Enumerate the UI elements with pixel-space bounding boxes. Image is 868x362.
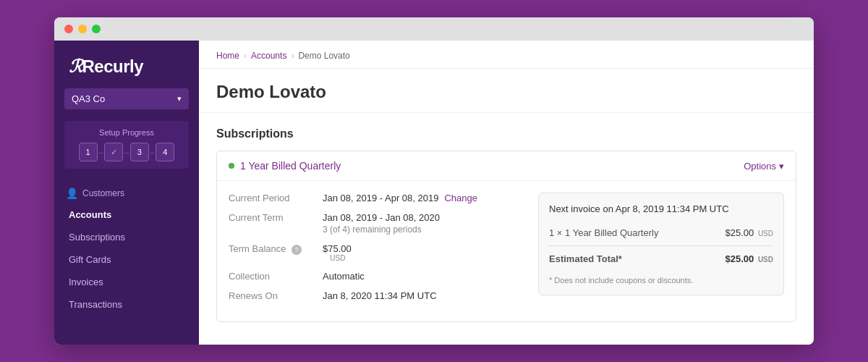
renews-on-row: Renews On Jan 8, 2020 11:34 PM UTC [229,290,524,301]
browser-body: ℛRecurly QA3 Co ▾ Setup Progress 1 – ✓ –… [54,41,814,345]
progress-step-1[interactable]: 1 [79,143,98,161]
current-period-value: Jan 08, 2019 - Apr 08, 2019 Change [323,193,477,203]
current-period-label: Current Period [229,193,323,203]
sidebar-item-subscriptions[interactable]: Subscriptions [54,226,199,248]
account-selector[interactable]: QA3 Co ▾ [64,88,189,109]
invoice-footnote: * Does not include coupons or discounts. [549,276,773,285]
breadcrumb-accounts[interactable]: Accounts [251,51,286,61]
maximize-button[interactable] [92,25,101,33]
breadcrumb-current: Demo Lovato [298,51,349,61]
chevron-down-icon: ▾ [779,161,784,172]
collection-value: Automatic [323,271,365,282]
current-term-label: Current Term [229,212,323,235]
sidebar: ℛRecurly QA3 Co ▾ Setup Progress 1 – ✓ –… [54,41,199,345]
subscriptions-section-title: Subscriptions [216,127,796,140]
collection-row: Collection Automatic [229,271,524,282]
setup-progress: Setup Progress 1 – ✓ – 3 – 4 [64,121,189,169]
chevron-down-icon: ▾ [177,94,182,104]
invoice-box: Next invoice on Apr 8, 2019 11:34 PM UTC… [538,193,784,310]
sidebar-item-transactions[interactable]: Transactions [54,293,199,316]
progress-step-4[interactable]: 4 [156,143,174,161]
breadcrumb-sep-2: › [291,51,294,61]
breadcrumb-home[interactable]: Home [216,51,239,61]
nav-customers-label: Customers [82,188,124,198]
subscription-details: Current Period Jan 08, 2019 - Apr 08, 20… [229,193,524,310]
collection-label: Collection [229,271,323,282]
invoice-card: Next invoice on Apr 8, 2019 11:34 PM UTC… [538,193,784,295]
progress-steps: 1 – ✓ – 3 – 4 [73,143,180,161]
breadcrumb: Home › Accounts › Demo Lovato [199,41,814,69]
help-icon[interactable]: ? [292,245,302,255]
subscription-header: 1 Year Billed Quarterly Options ▾ [217,151,796,181]
progress-dash-2: – [123,148,130,156]
current-term-value: Jan 08, 2019 - Jan 08, 2020 3 (of 4) rem… [323,212,440,235]
sidebar-item-invoices[interactable]: Invoices [54,271,199,293]
progress-dash-1: – [98,148,105,156]
progress-step-2[interactable]: ✓ [104,143,123,161]
renews-on-value: Jan 8, 2020 11:34 PM UTC [323,290,437,301]
content-area: Subscriptions 1 Year Billed Quarterly Op… [199,113,814,345]
subscription-options-button[interactable]: Options ▾ [744,161,784,172]
current-term-sub: 3 (of 4) remaining periods [323,224,422,235]
browser-titlebar [54,17,814,41]
subscription-card: 1 Year Billed Quarterly Options ▾ Curr [216,151,796,322]
page-title: Demo Lovato [216,82,796,102]
customers-icon: 👤 [66,188,78,199]
current-term-row: Current Term Jan 08, 2019 - Jan 08, 2020… [229,212,524,235]
subscription-name: 1 Year Billed Quarterly [229,160,341,172]
app-logo: ℛRecurly [54,41,199,88]
term-balance-row: Term Balance ? $75.00 USD [229,243,524,262]
invoice-total-amount: $25.00 USD [725,253,773,264]
sidebar-item-accounts[interactable]: Accounts [54,203,199,226]
main-content: Home › Accounts › Demo Lovato Demo Lovat… [199,41,814,345]
progress-dash-3: – [149,148,156,156]
current-period-row: Current Period Jan 08, 2019 - Apr 08, 20… [229,193,524,203]
invoice-total-line: Estimated Total* $25.00 USD [549,245,773,269]
renews-on-label: Renews On [229,290,323,301]
account-selector-label: QA3 Co [72,93,105,104]
invoice-line-amount: $25.00 USD [725,227,773,238]
invoice-title: Next invoice on Apr 8, 2019 11:34 PM UTC [549,203,773,214]
invoice-total-label: Estimated Total* [549,253,622,264]
close-button[interactable] [64,25,73,33]
breadcrumb-sep-1: › [244,51,247,61]
term-balance-label: Term Balance ? [229,243,323,262]
progress-step-3[interactable]: 3 [130,143,149,161]
sidebar-item-gift-cards[interactable]: Gift Cards [54,248,199,271]
minimize-button[interactable] [78,25,87,33]
invoice-line-item: 1 × 1 Year Billed Quarterly $25.00 USD [549,223,773,243]
invoice-line-label: 1 × 1 Year Billed Quarterly [549,227,658,238]
subscription-body: Current Period Jan 08, 2019 - Apr 08, 20… [217,181,796,321]
term-balance-value: $75.00 USD [323,243,352,262]
browser-window: ℛRecurly QA3 Co ▾ Setup Progress 1 – ✓ –… [54,17,814,345]
change-period-link[interactable]: Change [444,193,477,203]
page-header: Demo Lovato [199,69,814,113]
subscription-status-dot [229,163,234,169]
setup-progress-label: Setup Progress [73,128,180,137]
nav-customers-section: 👤 Customers [54,180,199,203]
